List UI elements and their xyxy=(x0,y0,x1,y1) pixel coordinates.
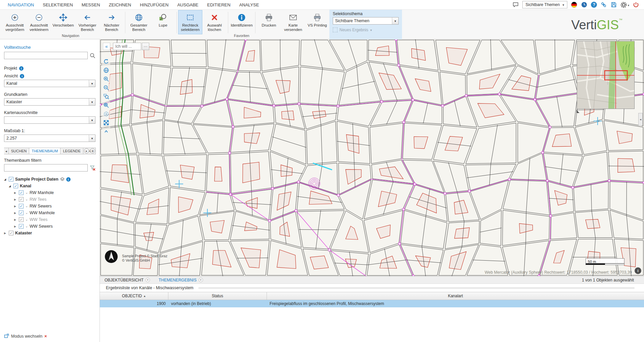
tree-node-rw-tees[interactable]: RW Tees xyxy=(4,196,95,203)
tab-legende[interactable]: LEGENDE xyxy=(60,148,83,154)
filter-clear-icon[interactable] xyxy=(90,165,95,171)
tab-hinzufuegen[interactable]: HINZUFÜGEN xyxy=(135,0,173,10)
tree-node-ww-tees[interactable]: WW Tees xyxy=(4,216,95,223)
tab-analyse[interactable]: ANALYSE xyxy=(235,0,264,10)
close-icon[interactable] xyxy=(199,278,203,282)
chevron-down-icon[interactable] xyxy=(89,99,95,105)
tree-node-kanal[interactable]: Kanal xyxy=(4,183,95,189)
column-header-objectid[interactable]: OBJECTID xyxy=(100,292,168,300)
tab-navigation[interactable]: NAVIGATION xyxy=(3,0,38,10)
mode-switch-button[interactable]: Modus wechseln xyxy=(4,334,47,339)
checkbox-checked[interactable] xyxy=(13,184,18,188)
zoom-in-extent-button[interactable]: Ausschnitt vergrößern xyxy=(3,10,27,34)
checkbox-checked[interactable] xyxy=(19,211,24,215)
tree-node-ww-sewers[interactable]: WW Sewers xyxy=(4,223,95,230)
chevron-down-icon[interactable] xyxy=(25,225,28,228)
expander-icon[interactable] xyxy=(9,185,12,188)
tab-ausgabe[interactable]: AUSGABE xyxy=(173,0,203,10)
zoom-out-icon[interactable] xyxy=(102,84,110,92)
expander-icon[interactable] xyxy=(4,232,7,235)
info-icon[interactable] xyxy=(19,66,24,71)
link-icon[interactable] xyxy=(600,1,607,8)
chevron-down-icon[interactable] xyxy=(89,135,95,142)
expander-icon[interactable] xyxy=(14,191,17,194)
coordinates-info-button[interactable] xyxy=(635,267,641,274)
chevron-down-icon[interactable] xyxy=(25,191,28,194)
map-canvas[interactable] xyxy=(100,39,644,276)
layers-icon[interactable] xyxy=(60,177,65,182)
send-map-button[interactable]: Karte versenden xyxy=(281,10,305,34)
expander-icon[interactable] xyxy=(4,178,7,181)
rectangle-select-button[interactable]: Rechteck selektieren xyxy=(178,10,202,34)
basemap-select[interactable]: Kataster xyxy=(4,98,95,106)
info-icon[interactable] xyxy=(66,177,71,182)
tab-themenbaum[interactable]: THEMENBAUM xyxy=(29,148,61,154)
checkbox-checked[interactable] xyxy=(9,177,13,182)
center-target-icon[interactable] xyxy=(102,110,110,118)
chevron-down-icon[interactable] xyxy=(25,218,28,221)
tree-node-ww-manhole[interactable]: WW Manhole xyxy=(4,210,95,216)
full-extent-button[interactable]: Gesamter Bereich xyxy=(127,10,151,34)
column-header-status[interactable]: Status xyxy=(168,292,267,300)
tree-node-kataster[interactable]: Kataster xyxy=(4,230,95,236)
tabs-overflow-button[interactable] xyxy=(90,148,95,153)
fulltext-search-link[interactable]: Volltextsuche xyxy=(4,45,95,50)
expander-icon[interactable] xyxy=(14,205,17,208)
pan-button[interactable]: Verschieben xyxy=(51,10,75,34)
tree-node-sample-project[interactable]: Sample Project Daten xyxy=(4,176,95,183)
visible-themes-dropdown[interactable]: Sichtbare Themen xyxy=(522,1,568,8)
checkbox-checked[interactable] xyxy=(19,224,24,229)
print-button[interactable]: Drucken xyxy=(257,10,281,34)
tree-filter-input[interactable] xyxy=(4,164,88,172)
info-icon[interactable] xyxy=(20,74,24,78)
previous-extent-button[interactable]: Vorheriger Bereich xyxy=(75,10,99,34)
comment-icon[interactable] xyxy=(512,1,519,8)
expander-icon[interactable] xyxy=(14,212,17,215)
panel-expand-handle[interactable] xyxy=(638,113,643,126)
full-extent-arrows-icon[interactable] xyxy=(102,119,110,127)
refresh-icon[interactable] xyxy=(102,58,110,66)
checkbox-checked[interactable] xyxy=(19,204,24,208)
settings-gear-button[interactable] xyxy=(620,2,629,8)
chevron-down-icon[interactable] xyxy=(25,211,28,215)
vs-printing-button[interactable]: VS Printing xyxy=(305,10,329,34)
scale-select[interactable]: 2.257 xyxy=(4,135,95,142)
zoom-out-extent-button[interactable]: Ausschnitt verkleinern xyxy=(27,10,51,34)
zoom-scale-icon[interactable] xyxy=(102,101,110,109)
sidebar-collapse-button[interactable] xyxy=(103,43,110,50)
search-icon[interactable] xyxy=(90,53,95,59)
extent-select[interactable] xyxy=(4,116,95,124)
view-select[interactable]: Kanal xyxy=(4,80,95,87)
column-header-kanalart[interactable]: Kanalart xyxy=(267,292,644,300)
globe-icon[interactable] xyxy=(102,66,110,74)
overview-resize-handle[interactable] xyxy=(576,110,579,113)
chevron-down-icon[interactable] xyxy=(89,117,95,123)
german-flag-icon[interactable] xyxy=(571,1,577,8)
logout-power-icon[interactable] xyxy=(633,1,639,8)
magnifier-tool-button[interactable]: Lupe xyxy=(151,10,175,34)
collapse-toolbar-chevron-icon[interactable] xyxy=(102,127,110,136)
tabs-scroll-left-button[interactable] xyxy=(4,148,9,154)
chevron-down-icon[interactable] xyxy=(392,17,398,24)
tree-node-rw-manhole[interactable]: RW Manhole xyxy=(4,189,95,196)
checkbox-checked[interactable] xyxy=(9,231,13,235)
tab-themenergebnis[interactable]: THEMENERGEBNIS xyxy=(159,276,203,283)
identify-button[interactable]: Identifizieren xyxy=(230,10,254,34)
checkbox-checked[interactable] xyxy=(19,217,24,222)
fulltext-search-input[interactable] xyxy=(4,52,88,59)
zoom-in-icon[interactable] xyxy=(102,75,110,83)
table-row[interactable]: 1900 vorhanden (in Betrieb) Freispiegela… xyxy=(100,300,644,307)
tabs-scroll-right-button[interactable] xyxy=(84,148,89,153)
checkbox-checked[interactable] xyxy=(19,197,24,202)
tab-editieren[interactable]: EDITIEREN xyxy=(203,0,235,10)
chevron-down-icon[interactable] xyxy=(89,80,95,87)
next-extent-button[interactable]: Nächster Bereich xyxy=(99,10,124,34)
tab-messen[interactable]: MESSEN xyxy=(77,0,105,10)
tab-zeichnen[interactable]: ZEICHNEN xyxy=(105,0,135,10)
expander-icon[interactable] xyxy=(14,225,17,228)
tab-suchen[interactable]: SUCHEN xyxy=(8,148,29,154)
selection-theme-select[interactable]: Sichtbare Themen xyxy=(333,17,399,25)
tab-objektuebersicht[interactable]: OBJEKTÜBERSICHT xyxy=(105,276,150,283)
map-viewport[interactable]: Sample Project © Stadt Graz © VertiGIS G… xyxy=(100,39,644,276)
chevron-down-icon[interactable] xyxy=(25,204,28,208)
